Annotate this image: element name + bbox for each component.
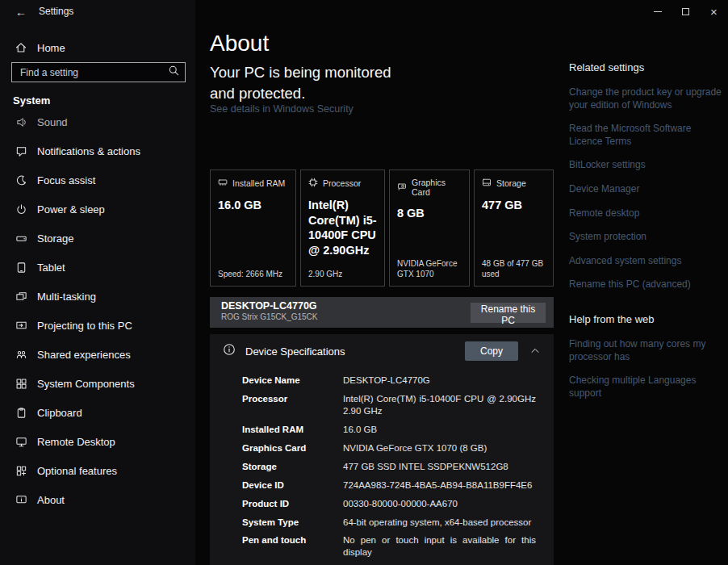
remote-desktop-icon bbox=[15, 435, 27, 448]
power-icon bbox=[15, 203, 27, 216]
card-label: Storage bbox=[496, 178, 526, 188]
sidebar-item-label: Storage bbox=[37, 232, 74, 245]
sidebar-item-system-components[interactable]: System Components bbox=[0, 369, 195, 398]
related-link-product-key[interactable]: Change the product key or upgrade your e… bbox=[569, 86, 724, 111]
minimize-button[interactable] bbox=[643, 0, 672, 23]
close-icon: × bbox=[710, 5, 718, 19]
sidebar-item-sound[interactable]: Sound bbox=[0, 107, 195, 136]
search-box[interactable] bbox=[11, 62, 186, 82]
windows-security-link[interactable]: See details in Windows Security bbox=[210, 103, 354, 115]
back-icon: ← bbox=[15, 6, 27, 19]
card-value: 8 GB bbox=[397, 206, 462, 221]
sidebar-item-label: Sound bbox=[37, 116, 68, 128]
related-link-bitlocker[interactable]: BitLocker settings bbox=[569, 159, 724, 172]
close-button[interactable]: × bbox=[700, 0, 728, 23]
sidebar-item-label: Multi-tasking bbox=[37, 291, 96, 303]
card-footer: Speed: 2666 MHz bbox=[218, 270, 291, 280]
disk-icon bbox=[482, 178, 492, 189]
sidebar-item-notifications[interactable]: Notifications & actions bbox=[0, 136, 195, 165]
spec-row: Pen and touch No pen or touch input is a… bbox=[242, 534, 554, 559]
sidebar: ← Settings Home System Sound bbox=[0, 0, 195, 565]
card-footer: 48 GB of 477 GB used bbox=[482, 259, 549, 279]
page-title: About bbox=[210, 31, 269, 56]
sidebar-item-power-sleep[interactable]: Power & sleep bbox=[0, 195, 195, 224]
related-link-rename-advanced[interactable]: Rename this PC (advanced) bbox=[569, 278, 724, 291]
back-button[interactable]: ← bbox=[10, 3, 32, 21]
copy-button[interactable]: Copy bbox=[465, 341, 518, 361]
cpu-icon bbox=[308, 178, 318, 189]
related-settings-column: Related settings Change the product key … bbox=[569, 61, 724, 411]
sidebar-item-clipboard[interactable]: Clipboard bbox=[0, 398, 195, 427]
ram-icon bbox=[218, 178, 228, 189]
sidebar-item-label: Remote Desktop bbox=[37, 436, 115, 448]
sidebar-item-storage[interactable]: Storage bbox=[0, 224, 195, 253]
spec-row: System Type 64-bit operating system, x64… bbox=[242, 517, 554, 529]
related-link-remote-desktop[interactable]: Remote desktop bbox=[569, 207, 724, 220]
shared-experiences-icon bbox=[15, 348, 27, 361]
tablet-icon bbox=[15, 261, 27, 274]
search-icon[interactable] bbox=[168, 65, 180, 80]
sidebar-item-label: Tablet bbox=[37, 262, 65, 274]
sidebar-item-focus-assist[interactable]: Focus assist bbox=[0, 165, 195, 195]
about-icon bbox=[15, 493, 27, 506]
projecting-icon bbox=[15, 319, 27, 332]
spec-row: Graphics Card NVIDIA GeForce GTX 1070 (8… bbox=[242, 442, 554, 454]
sidebar-item-shared-experiences[interactable]: Shared experiences bbox=[0, 340, 195, 369]
help-link-cores[interactable]: Finding out how many cores my processor … bbox=[569, 338, 724, 363]
search-input[interactable] bbox=[19, 66, 168, 79]
card-label: Graphics Card bbox=[412, 178, 462, 197]
gpu-icon bbox=[397, 182, 407, 193]
sidebar-item-label: Notifications & actions bbox=[37, 145, 140, 157]
notifications-icon bbox=[15, 144, 27, 157]
related-link-device-manager[interactable]: Device Manager bbox=[569, 183, 724, 196]
spec-row: Processor Intel(R) Core(TM) i5-10400F CP… bbox=[242, 393, 554, 417]
specs-table: Device Name DESKTOP-LC4770G Processor In… bbox=[210, 368, 554, 559]
sidebar-item-home[interactable]: Home bbox=[0, 36, 195, 60]
related-settings-title: Related settings bbox=[569, 61, 724, 73]
rename-pc-button[interactable]: Rename this PC bbox=[471, 303, 546, 323]
sidebar-item-label: System Components bbox=[37, 378, 135, 390]
card-installed-ram: Installed RAM 16.0 GB Speed: 2666 MHz bbox=[210, 170, 296, 287]
specs-title: Device Specifications bbox=[245, 345, 345, 358]
info-icon bbox=[223, 343, 236, 359]
sidebar-item-tablet[interactable]: Tablet bbox=[0, 253, 195, 282]
card-value: 16.0 GB bbox=[218, 198, 288, 213]
device-name-bar: DESKTOP-LC4770G ROG Strix G15CK_G15CK Re… bbox=[210, 297, 554, 328]
sidebar-item-label: Power & sleep bbox=[37, 203, 105, 216]
chevron-up-icon[interactable] bbox=[529, 345, 541, 357]
related-link-licence-terms[interactable]: Read the Microsoft Software Licence Term… bbox=[569, 123, 724, 148]
card-processor: Processor Intel(R) Core(TM) i5-10400F CP… bbox=[300, 170, 385, 287]
system-components-icon bbox=[15, 377, 27, 390]
sidebar-item-about[interactable]: About bbox=[0, 485, 195, 514]
device-model: ROG Strix G15CK_G15CK bbox=[221, 312, 317, 321]
sidebar-home-label: Home bbox=[37, 42, 65, 54]
card-value: Intel(R) Core(TM) i5-10400F CPU @ 2.90GH… bbox=[308, 198, 377, 257]
storage-icon bbox=[15, 232, 27, 245]
sidebar-item-label: Focus assist bbox=[37, 174, 95, 186]
sidebar-item-multitasking[interactable]: Multi-tasking bbox=[0, 282, 195, 311]
maximize-button[interactable] bbox=[672, 0, 700, 23]
main-content: × About Your PC is being monitored and p… bbox=[195, 0, 728, 565]
card-value: 477 GB bbox=[482, 198, 546, 213]
multitasking-icon bbox=[15, 290, 27, 303]
related-link-system-protection[interactable]: System protection bbox=[569, 231, 724, 244]
home-icon bbox=[15, 41, 27, 54]
speaker-icon bbox=[15, 115, 27, 128]
spec-row: Device Name DESKTOP-LC4770G bbox=[242, 375, 554, 387]
sidebar-item-label: Optional features bbox=[37, 465, 117, 477]
card-storage: Storage 477 GB 48 GB of 477 GB used bbox=[474, 170, 554, 287]
sidebar-nav: Sound Notifications & actions Focus assi… bbox=[0, 107, 195, 514]
sidebar-item-projecting[interactable]: Projecting to this PC bbox=[0, 311, 195, 340]
sidebar-item-optional-features[interactable]: Optional features bbox=[0, 456, 195, 485]
sidebar-item-remote-desktop[interactable]: Remote Desktop bbox=[0, 427, 195, 456]
spec-row: Storage 477 GB SSD INTEL SSDPEKNW512G8 bbox=[242, 461, 554, 473]
optional-features-icon bbox=[15, 464, 27, 477]
window-title: Settings bbox=[39, 6, 73, 17]
card-footer: NVIDIA GeForce GTX 1070 bbox=[397, 259, 465, 279]
spec-row: Product ID 00330-80000-00000-AA670 bbox=[242, 498, 554, 510]
sidebar-item-label: Shared experiences bbox=[37, 349, 131, 361]
help-link-languages[interactable]: Checking multiple Languages support bbox=[569, 375, 724, 400]
related-link-advanced-system-settings[interactable]: Advanced system settings bbox=[569, 255, 724, 268]
spec-cards: Installed RAM 16.0 GB Speed: 2666 MHz Pr… bbox=[210, 170, 554, 287]
card-footer: 2.90 GHz bbox=[308, 270, 380, 280]
